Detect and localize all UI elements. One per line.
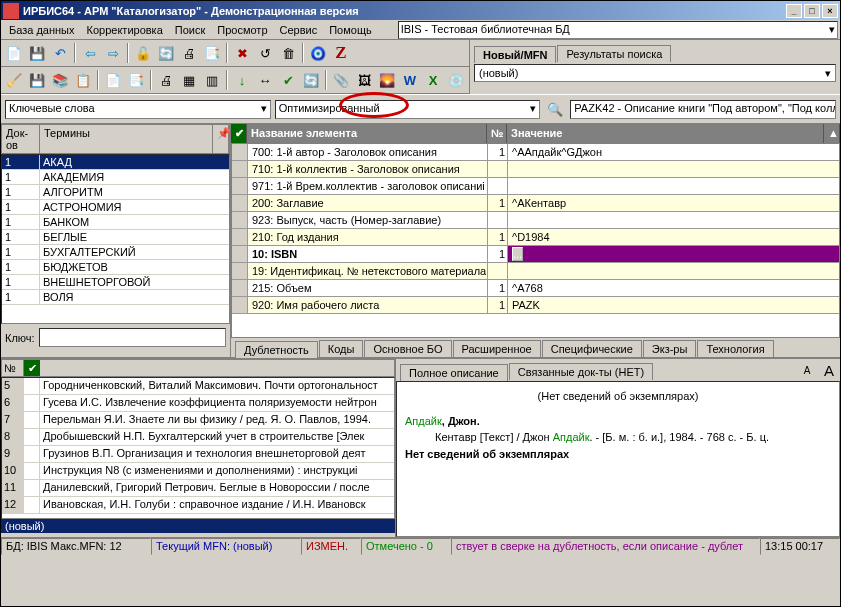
- key-input[interactable]: [39, 328, 226, 347]
- menu-database[interactable]: База данных: [3, 22, 81, 38]
- term-row[interactable]: 1БЮДЖЕТОВ: [2, 260, 229, 275]
- result-row[interactable]: 12Ивановская, И.Н. Голуби : справочное и…: [2, 497, 394, 514]
- new-icon[interactable]: 📄: [3, 42, 25, 64]
- ws-tab[interactable]: Расширенное: [453, 340, 541, 357]
- copy-doc-icon[interactable]: 📄: [102, 69, 124, 91]
- delete-icon[interactable]: ✖: [231, 42, 253, 64]
- check-icon[interactable]: ✔: [277, 69, 299, 91]
- term-row[interactable]: 1АКАДЕМИЯ: [2, 170, 229, 185]
- grid-body[interactable]: 700: 1-й автор - Заголовок описания1^ААп…: [231, 143, 840, 338]
- ws-tab[interactable]: Коды: [319, 340, 364, 357]
- field-row[interactable]: 19: Идентификац. № нетекстового материал…: [232, 263, 839, 280]
- font-inc-icon[interactable]: A: [818, 359, 840, 381]
- refresh-icon[interactable]: 🔄: [155, 42, 177, 64]
- arrow-down-icon[interactable]: ↓: [231, 69, 253, 91]
- clear-icon[interactable]: 🧹: [3, 69, 25, 91]
- field-row[interactable]: 971: 1-й Врем.коллектив - заголовок опис…: [232, 178, 839, 195]
- reset-form-icon[interactable]: 📋: [72, 69, 94, 91]
- batch-print-icon[interactable]: 📑: [201, 42, 223, 64]
- term-row[interactable]: 1БАНКОМ: [2, 215, 229, 230]
- close-button[interactable]: ×: [822, 4, 838, 18]
- pin-icon[interactable]: 📌: [213, 125, 229, 153]
- col-docs[interactable]: Док-ов: [2, 125, 40, 153]
- field-row[interactable]: 200: Заглавие1^АКентавр: [232, 195, 839, 212]
- result-row[interactable]: 11Данилевский, Григорий Петрович. Беглые…: [2, 480, 394, 497]
- results-new-row[interactable]: (новый): [1, 519, 395, 533]
- unlock-icon[interactable]: 🔓: [132, 42, 154, 64]
- col-element[interactable]: Название элемента: [247, 124, 487, 143]
- save-rec-icon[interactable]: 💾: [26, 69, 48, 91]
- word-icon[interactable]: W: [399, 69, 421, 91]
- menu-correction[interactable]: Корректировка: [81, 22, 169, 38]
- template-select[interactable]: PAZK42 - Описание книги "Под автором", "…: [570, 100, 836, 119]
- field-row[interactable]: 210: Год издания1^D1984: [232, 229, 839, 246]
- undo-icon[interactable]: ↶: [49, 42, 71, 64]
- search-opt-icon[interactable]: 🔍: [544, 98, 566, 120]
- restore-icon[interactable]: ↺: [254, 42, 276, 64]
- menu-search[interactable]: Поиск: [169, 22, 211, 38]
- term-row[interactable]: 1АЛГОРИТМ: [2, 185, 229, 200]
- term-row[interactable]: 1ВОЛЯ: [2, 290, 229, 305]
- menu-view[interactable]: Просмотр: [211, 22, 273, 38]
- preview-author-link[interactable]: Апдайк: [405, 415, 442, 427]
- print-icon[interactable]: 🖨: [178, 42, 200, 64]
- attach-icon[interactable]: 📎: [330, 69, 352, 91]
- term-row[interactable]: 1БУХГАЛТЕРСКИЙ: [2, 245, 229, 260]
- col-num[interactable]: №: [487, 124, 507, 143]
- result-row[interactable]: 6Гусева И.С. Извлечение коэффициента пол…: [2, 395, 394, 412]
- col-value[interactable]: Значение: [507, 124, 824, 143]
- tab-related[interactable]: Связанные док-ты (НЕТ): [509, 363, 653, 380]
- tab-search-results[interactable]: Результаты поиска: [557, 45, 671, 62]
- global-icon[interactable]: 🧿: [307, 42, 329, 64]
- col-number[interactable]: №: [2, 360, 24, 376]
- menu-help[interactable]: Помощь: [323, 22, 378, 38]
- result-row[interactable]: 8Дробышевский Н.П. Бухгалтерский учет в …: [2, 429, 394, 446]
- terms-list[interactable]: 1АКАД1АКАДЕМИЯ1АЛГОРИТМ1АСТРОНОМИЯ1БАНКО…: [1, 154, 230, 324]
- search-mode-select[interactable]: Ключевые слова▾: [5, 100, 271, 119]
- photo2-icon[interactable]: 🌄: [376, 69, 398, 91]
- z-icon[interactable]: Z: [330, 42, 352, 64]
- excel-icon[interactable]: X: [422, 69, 444, 91]
- field-row[interactable]: 923: Выпуск, часть (Номер-заглавие): [232, 212, 839, 229]
- field-row[interactable]: 10: ISBN1...: [232, 246, 839, 263]
- copy-save-icon[interactable]: 📑: [125, 69, 147, 91]
- ws-tab[interactable]: Специфические: [542, 340, 642, 357]
- ws-tab[interactable]: Экз-ры: [643, 340, 697, 357]
- field-row[interactable]: 710: 1-й коллектив - Заголовок описания: [232, 161, 839, 178]
- minimize-button[interactable]: _: [786, 4, 802, 18]
- search-view-select[interactable]: Оптимизированный▾: [275, 100, 541, 119]
- menu-service[interactable]: Сервис: [274, 22, 324, 38]
- save-group-icon[interactable]: 📚: [49, 69, 71, 91]
- print-card-icon[interactable]: 🖨: [155, 69, 177, 91]
- term-row[interactable]: 1АСТРОНОМИЯ: [2, 200, 229, 215]
- prev-record-icon[interactable]: ⇦: [79, 42, 101, 64]
- col-check[interactable]: ✔: [24, 360, 40, 376]
- layout2-icon[interactable]: ▥: [201, 69, 223, 91]
- term-row[interactable]: 1ВНЕШНЕТОРГОВОЙ: [2, 275, 229, 290]
- results-list[interactable]: 5Городниченковский, Виталий Максимович. …: [1, 377, 395, 519]
- save-icon[interactable]: 💾: [26, 42, 48, 64]
- photo-icon[interactable]: 🖼: [353, 69, 375, 91]
- term-row[interactable]: 1БЕГЛЫЕ: [2, 230, 229, 245]
- trash-icon[interactable]: 🗑: [277, 42, 299, 64]
- disk-icon[interactable]: 💿: [445, 69, 467, 91]
- ws-tab[interactable]: Дублетность: [235, 341, 318, 358]
- transfer-icon[interactable]: ↔: [254, 69, 276, 91]
- tab-new-mfn[interactable]: Новый/MFN: [474, 46, 556, 63]
- field-expand-button[interactable]: ...: [512, 247, 523, 261]
- tab-full-desc[interactable]: Полное описание: [400, 364, 508, 381]
- field-row[interactable]: 215: Объем1^А768: [232, 280, 839, 297]
- layout1-icon[interactable]: ▦: [178, 69, 200, 91]
- maximize-button[interactable]: □: [804, 4, 820, 18]
- preview-body-link[interactable]: Апдайк: [553, 431, 590, 443]
- font-dec-icon[interactable]: A: [796, 359, 818, 381]
- field-row[interactable]: 700: 1-й автор - Заголовок описания1^ААп…: [232, 144, 839, 161]
- field-row[interactable]: 920: Имя рабочего листа1PAZK: [232, 297, 839, 314]
- result-row[interactable]: 9Грузинов В.П. Организация и технология …: [2, 446, 394, 463]
- database-select[interactable]: IBIS - Тестовая библиотечная БД▾: [398, 21, 838, 39]
- mfn-input[interactable]: (новый)▾: [474, 64, 836, 82]
- col-terms[interactable]: Термины: [40, 125, 213, 153]
- term-row[interactable]: 1АКАД: [2, 155, 229, 170]
- result-row[interactable]: 5Городниченковский, Виталий Максимович. …: [2, 378, 394, 395]
- result-row[interactable]: 7Перельман Я.И. Знаете ли вы физику / ре…: [2, 412, 394, 429]
